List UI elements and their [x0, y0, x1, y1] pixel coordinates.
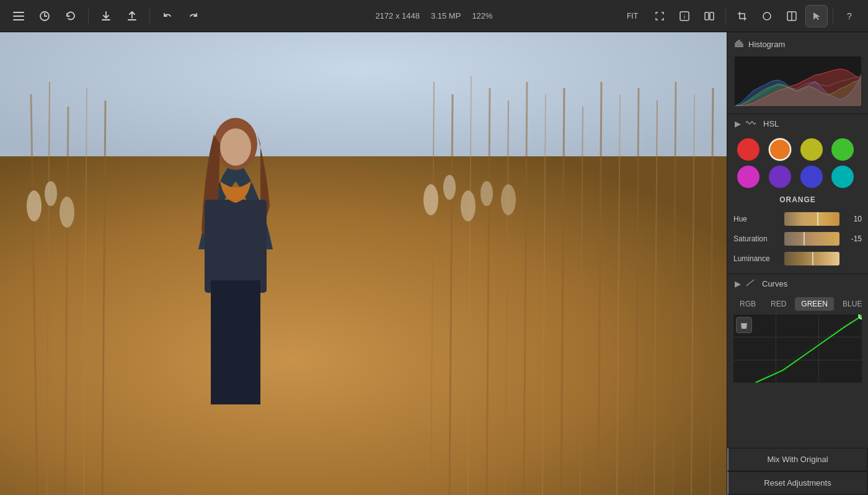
svg-point-8: [763, 12, 771, 20]
separator3: [725, 9, 726, 24]
svg-rect-47: [737, 42, 738, 47]
curves-icon: ▶: [735, 279, 741, 288]
curves-title: Curves: [762, 279, 787, 288]
undo-button[interactable]: [156, 5, 179, 27]
toolbar-right: FIT i: [619, 5, 861, 27]
separator: [88, 9, 89, 24]
svg-point-41: [501, 184, 516, 215]
toolbar-left: [7, 5, 619, 27]
curves-display[interactable]: [733, 314, 862, 383]
toolbar: 2172 x 1448 3.15 MP 122% FIT i: [0, 0, 868, 32]
saturation-value: -15: [844, 234, 862, 243]
selected-color-label: ORANGE: [727, 193, 868, 209]
swatch-cyan[interactable]: [831, 166, 854, 188]
swatch-magenta[interactable]: [737, 166, 760, 188]
swatch-orange[interactable]: [769, 138, 791, 161]
tab-rgb[interactable]: RGB: [733, 297, 762, 311]
histogram-header[interactable]: Histogram: [727, 35, 868, 54]
svg-point-34: [27, 190, 42, 221]
saturation-slider-row: Saturation -15: [727, 229, 868, 249]
separator2: [149, 9, 150, 24]
crop-tool[interactable]: [731, 5, 753, 27]
image-panel[interactable]: [0, 32, 727, 495]
swatch-red[interactable]: [737, 138, 760, 161]
hsl-section: ▶ HSL ORANGE Hu: [727, 114, 868, 274]
svg-rect-49: [740, 42, 742, 47]
svg-rect-45: [211, 280, 260, 404]
svg-rect-0: [13, 12, 24, 13]
sync-button[interactable]: [33, 5, 56, 27]
saturation-slider[interactable]: [784, 232, 839, 246]
svg-point-38: [443, 175, 456, 200]
download-button[interactable]: [95, 5, 117, 27]
histogram-section: Histogram: [727, 32, 868, 114]
luminance-slider-row: Luminance: [727, 249, 868, 269]
svg-line-55: [756, 314, 862, 382]
ellipse-tool[interactable]: [756, 5, 778, 27]
svg-rect-2: [13, 19, 24, 20]
hue-slider-row: Hue 10: [727, 209, 868, 229]
hsl-icon: ▶: [735, 119, 741, 128]
histogram-icon: [735, 40, 743, 49]
help-button[interactable]: ?: [838, 5, 861, 27]
hue-slider[interactable]: [784, 212, 839, 226]
svg-rect-46: [735, 43, 736, 47]
hsl-header[interactable]: ▶ HSL: [727, 114, 868, 133]
svg-rect-50: [742, 44, 743, 47]
svg-point-37: [423, 184, 438, 215]
main-area: Histogram: [0, 32, 868, 495]
separator4: [833, 9, 833, 24]
svg-point-40: [480, 181, 493, 206]
mix-with-original-button[interactable]: Mix With Original: [727, 448, 868, 471]
info-button[interactable]: i: [673, 5, 696, 27]
curves-delete-button[interactable]: [736, 317, 752, 333]
fit-button[interactable]: FIT: [619, 5, 646, 27]
color-swatches-grid: [727, 133, 868, 193]
svg-point-36: [60, 197, 74, 228]
svg-rect-7: [710, 12, 714, 20]
curves-svg: [733, 314, 862, 383]
right-panel: Histogram: [727, 32, 868, 495]
toolbar-center: 2172 x 1448 3.15 MP 122%: [375, 11, 492, 20]
hsl-title: HSL: [763, 119, 779, 128]
hsl-wave-icon: [746, 119, 756, 128]
luminance-label: Luminance: [733, 254, 779, 263]
swatch-purple[interactable]: [769, 166, 791, 188]
svg-point-39: [461, 190, 476, 221]
image-megapixels: 3.15 MP: [431, 11, 461, 20]
compare-button[interactable]: [698, 5, 720, 27]
svg-rect-44: [205, 200, 267, 293]
curves-header[interactable]: ▶ Curves: [727, 274, 868, 293]
histogram-display: [735, 56, 861, 106]
curves-chart-icon: [746, 279, 755, 288]
bottom-section: Mix With Original Reset Adjustments: [727, 448, 868, 495]
tab-green[interactable]: GREEN: [795, 297, 834, 311]
hue-label: Hue: [733, 215, 779, 223]
reset-adjustments-button[interactable]: Reset Adjustments: [727, 471, 868, 495]
svg-rect-6: [705, 12, 709, 20]
hue-value: 10: [844, 215, 862, 223]
svg-point-43: [220, 128, 251, 166]
history-button[interactable]: [60, 5, 82, 27]
select-tool[interactable]: [805, 5, 828, 27]
swatch-yellow[interactable]: [800, 138, 823, 161]
svg-rect-48: [738, 40, 740, 47]
fullscreen-button[interactable]: [649, 5, 671, 27]
swatch-blue[interactable]: [800, 166, 823, 188]
tab-red[interactable]: RED: [764, 297, 792, 311]
histogram-title: Histogram: [748, 40, 785, 49]
svg-rect-1: [13, 16, 24, 17]
saturation-label: Saturation: [733, 234, 779, 243]
svg-point-35: [45, 181, 57, 206]
image-zoom: 122%: [472, 11, 492, 20]
redo-button[interactable]: [182, 5, 205, 27]
svg-text:i: i: [684, 14, 685, 20]
luminance-slider[interactable]: [784, 252, 839, 265]
menu-button[interactable]: [7, 5, 30, 27]
export-button[interactable]: [121, 5, 143, 27]
tab-blue[interactable]: BLUE: [836, 297, 868, 311]
layout-tool[interactable]: [781, 5, 803, 27]
swatch-green[interactable]: [831, 138, 854, 161]
image-dimensions: 2172 x 1448: [375, 11, 420, 20]
curves-tabs: RGB RED GREEN BLUE: [727, 293, 868, 314]
